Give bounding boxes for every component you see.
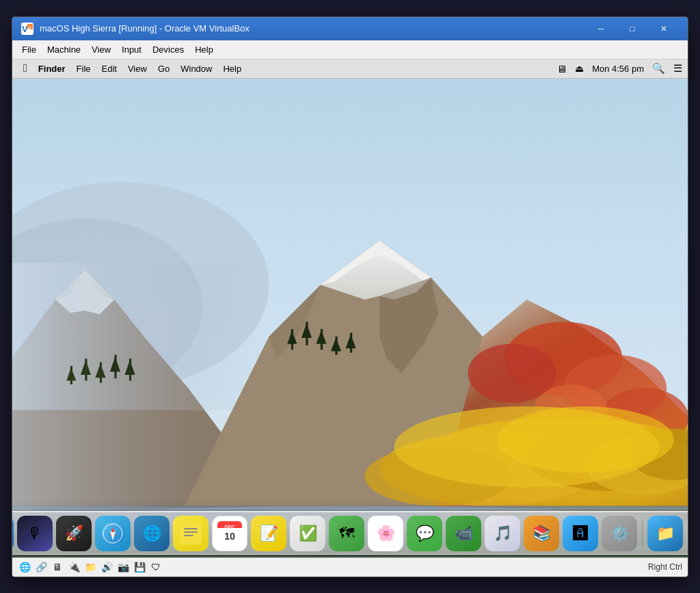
dock-network[interactable]: 🌐 [134,516,170,551]
notes-icon [180,523,202,544]
mac-menu-go[interactable]: Go [152,62,175,76]
vbox-menu-help[interactable]: Help [189,42,219,57]
svg-text:x: x [28,25,31,31]
dock-trash[interactable]: 🗑 [686,516,688,551]
macos-menubar:  Finder File Edit View Go Window Help 🖥… [12,60,688,79]
display-status-icon[interactable]: 🖥 [51,560,64,574]
macos-dock: 🎙 🚀 [12,511,688,555]
vbox-icon-svg: V x [21,23,33,35]
mac-menu-help[interactable]: Help [217,62,247,76]
dock-container: 🎙 🚀 [12,511,688,557]
dock-reminders[interactable]: ✅ [290,516,325,551]
dock-calendar[interactable]: DEC 10 [212,516,247,551]
svg-text:DEC: DEC [225,525,235,529]
vbox-menu-view[interactable]: View [86,42,116,57]
svg-rect-71 [180,523,202,544]
title-bar-text: macOS High Sierra [Running] - Oracle VM … [40,23,585,34]
dock-appstore[interactable]: 🅰 [563,516,598,551]
app-icon: V x [21,22,34,36]
virtualbox-window: V x macOS High Sierra [Running] - Oracle… [12,16,688,577]
svg-rect-60 [12,410,196,520]
mac-menu-window[interactable]: Window [175,62,217,76]
menu-icon[interactable]: ☰ [673,62,682,75]
mac-menu-finder[interactable]: Finder [33,62,71,76]
vbox-menu-input[interactable]: Input [116,42,147,57]
dock-itunes[interactable]: 🎵 [485,516,520,551]
title-bar: V x macOS High Sierra [Running] - Oracle… [12,17,688,40]
search-icon[interactable]: 🔍 [652,62,665,75]
svg-rect-74 [184,535,193,536]
wallpaper: 🎙 🚀 [12,79,688,557]
macos-menubar-right: 🖥 ⏏ Mon 4:56 pm 🔍 ☰ [556,62,682,75]
dock-system-preferences[interactable]: ⚙️ [602,516,637,551]
eject-icon[interactable]: ⏏ [575,63,584,74]
network2-status-icon[interactable]: 🔗 [34,560,48,574]
time-display: Mon 4:56 pm [592,64,644,74]
usb-status-icon[interactable]: 🔌 [67,560,81,574]
vbox-menubar: File Machine View Input Devices Help [12,40,688,60]
svg-point-70 [111,532,114,535]
svg-point-49 [497,406,673,473]
mac-menu-file[interactable]: File [71,62,96,76]
dock-ibooks[interactable]: 📚 [524,516,559,551]
shared-folder-status-icon[interactable]: 📁 [83,560,97,574]
dock-maps[interactable]: 🗺 [329,516,364,551]
usb2-status-icon[interactable]: 💾 [133,560,146,574]
safari-icon [100,521,125,546]
display-icon[interactable]: 🖥 [556,63,567,75]
vbox-status-icon[interactable]: 🛡 [149,560,163,574]
svg-text:V: V [22,24,28,34]
wallpaper-svg [12,79,688,557]
minimize-button[interactable]: ─ [585,17,617,40]
dock-stickies[interactable]: 📝 [251,516,286,551]
dock-siri[interactable]: 🎙 [17,516,53,551]
maximize-button[interactable]: □ [617,17,648,40]
dock-separator [642,519,643,548]
svg-rect-73 [184,531,198,533]
dock-safari[interactable] [95,516,131,551]
right-ctrl-label: Right Ctrl [648,562,682,572]
network-status-icon[interactable]: 🌐 [18,560,31,574]
mac-menu-apple[interactable]:  [18,60,33,77]
vm-display[interactable]: 🎙 🚀 [12,79,688,557]
vbox-statusbar: 🌐 🔗 🖥 🔌 📁 🔊 📷 💾 🛡 Right Ctrl [12,557,688,577]
dock-messages[interactable]: 💬 [407,516,442,551]
vbox-menu-machine[interactable]: Machine [42,42,86,57]
calendar-icon: DEC 10 [217,521,242,546]
vbox-menu-devices[interactable]: Devices [147,42,189,57]
dock-photos[interactable]: 🌸 [368,516,403,551]
mac-menu-view[interactable]: View [122,62,152,76]
video-status-icon[interactable]: 📷 [116,560,130,574]
dock-finder2[interactable]: 📁 [647,516,683,551]
dock-finder[interactable] [12,516,14,551]
svg-rect-10 [12,263,269,410]
title-bar-controls: ─ □ ✕ [585,17,679,40]
mac-menu-edit[interactable]: Edit [96,62,122,76]
dock-notes[interactable] [173,516,208,551]
svg-text:10: 10 [224,531,235,542]
dock-facetime[interactable]: 📹 [446,516,481,551]
audio-status-icon[interactable]: 🔊 [100,560,113,574]
svg-rect-72 [184,528,198,529]
vbox-menu-file[interactable]: File [16,42,42,57]
close-button[interactable]: ✕ [648,17,679,40]
dock-launchpad[interactable]: 🚀 [56,516,92,551]
